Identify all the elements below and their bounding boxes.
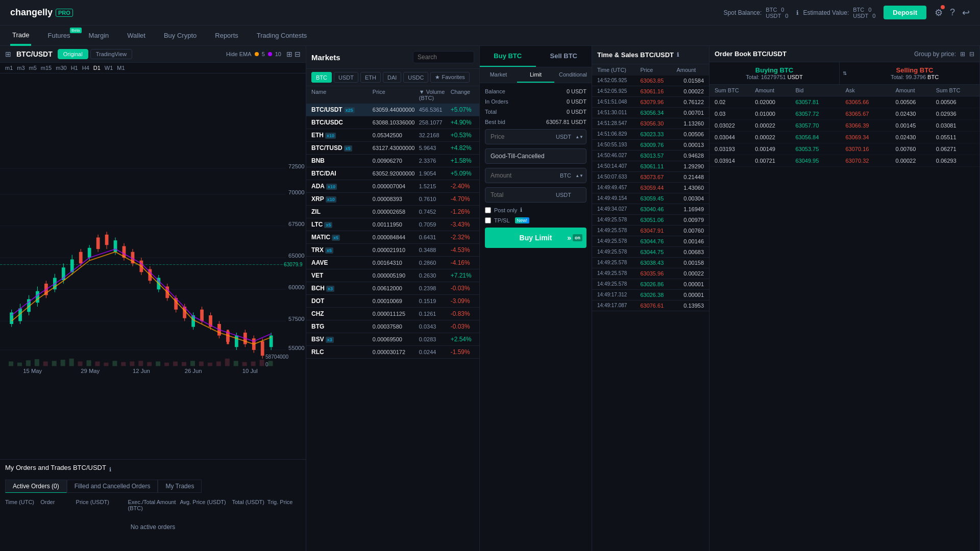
ob-row[interactable]: 0.03193 0.00149 63053.75 63070.16 0.0076… — [709, 143, 979, 155]
nav-wallet[interactable]: Wallet — [125, 26, 148, 46]
market-row[interactable]: MATICx5 0.000084844 0.6431 -2.32% — [306, 231, 479, 244]
filter-dai[interactable]: DAI — [383, 72, 401, 83]
ob-row[interactable]: 0.03 0.01000 63057.72 63065.67 0.02430 0… — [709, 108, 979, 120]
help-icon[interactable]: ? — [950, 7, 955, 18]
price-arrows[interactable]: ▲▼ — [575, 135, 583, 139]
post-only-checkbox[interactable] — [485, 207, 491, 213]
market-row[interactable]: VET 0.000005190 0.2630 +7.21% — [306, 269, 479, 282]
market-row[interactable]: BTC/USDTx25 63059.44000000 456.5361 +5.0… — [306, 104, 479, 116]
ob-amt-buy: 0.00022 — [755, 134, 793, 140]
tf-m1[interactable]: m1 — [5, 65, 13, 71]
buy-limit-button[interactable]: Buy Limit on » — [485, 228, 586, 248]
tf-m30[interactable]: m30 — [56, 65, 66, 71]
nav-trade[interactable]: Trade — [10, 26, 31, 46]
market-row[interactable]: DOT 0.00010069 0.1519 -3.09% — [306, 295, 479, 308]
filter-usdt[interactable]: USDT — [334, 72, 358, 83]
ob-add-icon[interactable]: ⊞ — [960, 51, 965, 58]
market-row[interactable]: ZIL 0.000002658 0.7452 -1.26% — [306, 206, 479, 218]
filter-favorites[interactable]: ★ Favorites — [430, 72, 469, 83]
market-name: CHZ — [311, 310, 371, 317]
market-row[interactable]: ADAx10 0.000007004 1.5215 -2.40% — [306, 180, 479, 193]
market-row[interactable]: CHZ 0.000011125 0.1261 -0.83% — [306, 308, 479, 320]
filter-usdc[interactable]: USDC — [403, 72, 428, 83]
nav-buy-crypto[interactable]: Buy Crypto — [162, 26, 199, 46]
filter-btc[interactable]: BTC — [311, 72, 332, 83]
col-total: Total (USDT) — [232, 499, 265, 511]
market-name: BSVx3 — [311, 336, 371, 343]
active-orders-tab[interactable]: Active Orders (0) — [5, 480, 67, 493]
price-input[interactable] — [485, 129, 586, 144]
nav-margin[interactable]: Margin — [87, 26, 111, 46]
market-row[interactable]: LTCx5 0.00111950 0.7059 -3.43% — [306, 218, 479, 231]
svg-text:72500: 72500 — [288, 163, 304, 169]
post-only-info[interactable]: ℹ — [520, 207, 522, 213]
ob-row[interactable]: 0.03022 0.00022 63057.70 63066.39 0.0014… — [709, 120, 979, 132]
hide-ema-label[interactable]: Hide EMA — [226, 51, 252, 57]
limit-order-type[interactable]: Limit — [517, 67, 554, 83]
amount-arrows[interactable]: ▲▼ — [575, 173, 583, 178]
amount-input[interactable] — [485, 168, 586, 183]
buy-tab[interactable]: Buy BTC — [480, 46, 536, 67]
market-order-type[interactable]: Market — [480, 67, 517, 83]
orders-info-icon[interactable]: ℹ — [109, 466, 111, 473]
market-change: -0.03% — [451, 285, 474, 292]
tf-m5[interactable]: m5 — [29, 65, 37, 71]
sidebar-toggle-icon[interactable]: ⊞ — [5, 50, 11, 58]
market-row[interactable]: BSVx3 0.00069500 0.0283 +2.54% — [306, 333, 479, 346]
ob-row[interactable]: 0.02 0.02000 63057.81 63065.66 0.00506 0… — [709, 96, 979, 108]
filled-cancelled-tab[interactable]: Filled and Cancelled Orders — [67, 480, 158, 493]
tf-m3[interactable]: m3 — [17, 65, 24, 71]
tf-d1[interactable]: D1 — [93, 65, 101, 71]
expand-icon[interactable]: ⊞ — [286, 50, 292, 58]
deposit-button[interactable]: Deposit — [884, 6, 926, 19]
nav-reports[interactable]: Reports — [213, 26, 240, 46]
tf-m1b[interactable]: M1 — [117, 65, 125, 71]
col-exec-amount: Exec./Total Amount (BTC) — [128, 499, 178, 511]
market-row[interactable]: TRXx5 0.000021910 0.3488 -4.53% — [306, 244, 479, 257]
market-row[interactable]: BTC/TUSDx5 63127.43000000 5.9643 +4.82% — [306, 142, 479, 155]
ts-amount: 0.00683 — [676, 249, 704, 255]
original-view-btn[interactable]: Original — [58, 49, 88, 59]
ob-row[interactable]: 0.03044 0.00022 63056.84 63069.34 0.0243… — [709, 132, 979, 143]
tf-m15[interactable]: m15 — [41, 65, 52, 71]
market-name: BNB — [311, 157, 371, 164]
good-till-select[interactable]: Good-Till-Cancelled — [485, 148, 586, 164]
market-row[interactable]: BCHx3 0.00612000 0.2398 -0.03% — [306, 282, 479, 295]
ts-time: 14:50:55.193 — [597, 142, 638, 148]
collapse-icon[interactable]: ⊟ — [295, 50, 301, 58]
total-field-suffix: USDT — [556, 192, 571, 198]
tf-w1[interactable]: W1 — [105, 65, 113, 71]
market-row[interactable]: BNB 0.00906270 2.3376 +1.58% — [306, 155, 479, 167]
ema2-value: 10 — [275, 51, 281, 57]
market-row[interactable]: BTG 0.00037580 0.0343 -0.03% — [306, 320, 479, 333]
market-row[interactable]: ETHx10 0.05342500 32.2168 +0.53% — [306, 129, 479, 142]
ts-time: 14:49:49.154 — [597, 195, 638, 202]
tradingview-btn[interactable]: TradingView — [90, 49, 133, 59]
total-input[interactable] — [485, 187, 586, 203]
ts-info-icon[interactable]: ℹ — [677, 52, 679, 58]
market-row[interactable]: BTC/USDC 63088.10336000 258.1077 +4.90% — [306, 116, 479, 129]
nav-trading-contests[interactable]: Trading Contests — [255, 26, 309, 46]
market-volume: 5.9643 — [419, 145, 449, 151]
conditional-order-type[interactable]: Conditional — [554, 67, 592, 83]
ts-row: 14:51:28.547 63056.30 1.13260 — [592, 118, 709, 129]
my-trades-tab[interactable]: My Trades — [158, 480, 202, 493]
filter-eth[interactable]: ETH — [360, 72, 381, 83]
market-row[interactable]: AAVE 0.00164310 0.2860 -4.16% — [306, 257, 479, 269]
ob-row[interactable]: 0.03914 0.00721 63049.95 63070.32 0.0002… — [709, 155, 979, 167]
markets-search-input[interactable] — [413, 51, 474, 63]
user-icon[interactable]: ↩ — [962, 7, 970, 18]
tf-h4[interactable]: H4 — [82, 65, 89, 71]
chart-canvas[interactable]: 72500 70000 67500 65000 63079.9 60000 57… — [0, 73, 306, 459]
settings-icon[interactable]: ⚙ — [935, 7, 943, 18]
market-row[interactable]: RLC 0.000030172 0.0244 -1.59% — [306, 346, 479, 359]
nav-futures[interactable]: Futures Beta — [45, 26, 72, 46]
tp-sl-checkbox[interactable] — [485, 217, 491, 223]
market-row[interactable]: XRPx10 0.00008393 0.7610 -4.70% — [306, 193, 479, 206]
tf-h1[interactable]: H1 — [71, 65, 78, 71]
ob-remove-icon[interactable]: ⊟ — [969, 51, 974, 58]
market-volume: 0.0343 — [419, 323, 449, 330]
sell-tab[interactable]: Sell BTC — [536, 46, 592, 67]
info-icon[interactable]: ℹ — [796, 9, 799, 16]
market-row[interactable]: BTC/DAI 63052.92000000 1.9054 +5.09% — [306, 167, 479, 180]
